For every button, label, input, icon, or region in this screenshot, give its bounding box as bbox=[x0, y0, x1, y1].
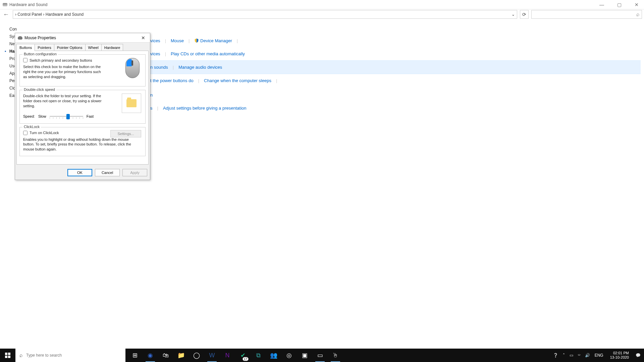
tray-wifi-icon[interactable]: ⌔ bbox=[578, 353, 580, 358]
search-icon: ⌕ bbox=[19, 352, 23, 358]
cancel-button[interactable]: Cancel bbox=[95, 169, 120, 176]
checkbox-switch-buttons[interactable]: Switch primary and secondary buttons bbox=[23, 58, 142, 62]
close-window-button[interactable]: ✕ bbox=[632, 2, 641, 7]
link-partial[interactable]: n sounds bbox=[150, 65, 168, 70]
window-title: Hardware and Sound bbox=[9, 2, 47, 7]
refresh-button[interactable]: ⟳ bbox=[520, 10, 529, 19]
slider-thumb[interactable] bbox=[66, 114, 70, 119]
taskbar: ⌕ Type here to search ⊞ ◉ 🛍 📁 ◯ W N ✔17 … bbox=[0, 349, 644, 362]
checkbox-label: Switch primary and secondary buttons bbox=[30, 58, 92, 62]
breadcrumb: › Control Panel › Hardware and Sound bbox=[15, 12, 84, 17]
link-partial[interactable]: vices bbox=[150, 38, 160, 43]
link-partial[interactable]: s bbox=[150, 106, 153, 111]
control-panel-icon bbox=[3, 3, 7, 6]
link-computer-sleeps[interactable]: Change when the computer sleeps bbox=[204, 78, 271, 83]
taskbar-app-onenote[interactable]: N bbox=[221, 349, 234, 362]
checkbox-input[interactable] bbox=[23, 58, 28, 62]
tray-clock[interactable]: 02:01 PM 13-10-2020 bbox=[608, 350, 631, 361]
link-presentation[interactable]: Adjust settings before giving a presenta… bbox=[163, 106, 247, 111]
link-play-cds[interactable]: Play CDs or other media automatically bbox=[171, 51, 245, 56]
breadcrumb-dropdown-icon[interactable]: ⌄ bbox=[512, 12, 515, 17]
uac-shield-icon bbox=[194, 38, 199, 43]
mouse-graphic bbox=[124, 58, 141, 80]
minimize-button[interactable]: — bbox=[597, 2, 606, 7]
tray-action-center-icon[interactable]: 💬 bbox=[636, 353, 641, 358]
tab-wheel[interactable]: Wheel bbox=[85, 44, 102, 51]
group-double-click-speed: Double-click speed Double-click the fold… bbox=[19, 90, 146, 124]
taskbar-app-edge[interactable]: ◉ bbox=[144, 349, 157, 362]
taskbar-app-chrome[interactable]: ◯ bbox=[190, 349, 203, 362]
tab-body: Button configuration Switch primary and … bbox=[16, 51, 149, 165]
link-row-sound[interactable]: n sounds| Manage audio devices bbox=[148, 60, 641, 74]
main-links: vices| Mouse| Device Manager | vices| Pl… bbox=[148, 34, 641, 115]
control-panel-search[interactable]: ⌕ bbox=[531, 10, 642, 19]
tray-volume-icon[interactable]: 🔊 bbox=[585, 353, 590, 358]
mouse-properties-dialog: Mouse Properties ✕ Buttons Pointers Poin… bbox=[15, 33, 150, 180]
taskbar-app-todo[interactable]: ✔17 bbox=[236, 349, 250, 362]
taskbar-app-word[interactable]: W bbox=[205, 349, 219, 362]
group-clicklock: ClickLock Turn on ClickLock Settings... … bbox=[19, 127, 146, 157]
link-partial[interactable]: vices bbox=[150, 51, 160, 56]
window-titlebar: Hardware and Sound — ▢ ✕ bbox=[0, 0, 644, 9]
link-partial[interactable]: t the power buttons do bbox=[150, 78, 194, 83]
dialog-close-button[interactable]: ✕ bbox=[139, 35, 147, 41]
taskbar-app-generic2[interactable]: ▣ bbox=[298, 349, 311, 362]
checkbox-label: Turn on ClickLock bbox=[30, 131, 59, 135]
slow-label: Slow bbox=[38, 114, 46, 118]
task-view-button[interactable]: ⊞ bbox=[128, 349, 142, 362]
taskbar-app-controlpanel[interactable]: ▭ bbox=[313, 349, 327, 362]
tab-hardware[interactable]: Hardware bbox=[101, 44, 123, 51]
taskbar-app-vscode[interactable]: ⧉ bbox=[252, 349, 265, 362]
taskbar-app-explorer[interactable]: 📁 bbox=[174, 349, 188, 362]
clicklock-settings-button: Settings... bbox=[110, 130, 141, 137]
link-row-power: t the power buttons do| Change when the … bbox=[148, 74, 641, 102]
group-description: Select this check box to make the button… bbox=[23, 64, 104, 79]
maximize-button[interactable]: ▢ bbox=[614, 2, 624, 7]
tab-pointer-options[interactable]: Pointer Options bbox=[54, 44, 86, 51]
double-click-speed-slider[interactable] bbox=[50, 113, 83, 119]
address-toolbar: ← › Control Panel › Hardware and Sound ⌄… bbox=[0, 9, 644, 19]
back-button[interactable]: ← bbox=[2, 10, 10, 18]
search-placeholder: Type here to search bbox=[26, 353, 62, 358]
group-title: ClickLock bbox=[22, 125, 41, 129]
dialog-titlebar[interactable]: Mouse Properties ✕ bbox=[15, 33, 150, 43]
taskbar-app-generic1[interactable]: ◎ bbox=[282, 349, 296, 362]
breadcrumb-box[interactable]: › Control Panel › Hardware and Sound ⌄ bbox=[13, 10, 517, 19]
group-title: Double-click speed bbox=[22, 87, 56, 92]
tray-help-icon[interactable]: ❔ bbox=[553, 353, 558, 358]
folder-icon bbox=[126, 99, 137, 107]
link-manage-audio[interactable]: Manage audio devices bbox=[178, 65, 222, 70]
double-click-test-folder[interactable] bbox=[122, 94, 141, 113]
link-row-presentation: s| Adjust settings before giving a prese… bbox=[148, 102, 641, 115]
taskbar-search[interactable]: ⌕ Type here to search bbox=[15, 349, 125, 362]
taskbar-app-mouse[interactable]: 🖱 bbox=[329, 349, 342, 362]
link-device-manager[interactable]: Device Manager bbox=[200, 38, 232, 43]
ok-button[interactable]: OK bbox=[67, 169, 92, 176]
taskbar-app-teams[interactable]: 👥 bbox=[267, 349, 280, 362]
mouse-icon bbox=[18, 36, 22, 40]
speed-label: Speed: bbox=[23, 114, 35, 118]
windows-logo-icon bbox=[5, 353, 10, 358]
group-button-configuration: Button configuration Switch primary and … bbox=[19, 54, 146, 86]
tray-time: 02:01 PM bbox=[610, 351, 629, 355]
dialog-button-row: OK Cancel Apply bbox=[15, 167, 150, 180]
dialog-title: Mouse Properties bbox=[24, 36, 56, 40]
tray-language[interactable]: ENG bbox=[595, 353, 603, 358]
tray-date: 13-10-2020 bbox=[610, 355, 629, 360]
group-description: Double-click the folder to test your set… bbox=[23, 94, 104, 109]
checkbox-input[interactable] bbox=[23, 131, 28, 135]
tab-buttons[interactable]: Buttons bbox=[16, 44, 35, 51]
tray-chevron-up-icon[interactable]: ˄ bbox=[563, 353, 565, 358]
link-partial[interactable]: n bbox=[150, 93, 153, 98]
tray-battery-icon[interactable]: ▭ bbox=[570, 353, 573, 358]
group-description: Enables you to highlight or drag without… bbox=[23, 137, 137, 152]
apply-button: Apply bbox=[122, 169, 147, 176]
link-mouse[interactable]: Mouse bbox=[171, 38, 184, 43]
taskbar-app-store[interactable]: 🛍 bbox=[159, 349, 172, 362]
fast-label: Fast bbox=[87, 114, 94, 118]
tab-pointers[interactable]: Pointers bbox=[35, 44, 54, 51]
badge-count: 17 bbox=[243, 357, 249, 361]
start-button[interactable] bbox=[0, 349, 15, 362]
sidebar-item[interactable]: Con bbox=[9, 25, 70, 33]
link-row-devices: vices| Mouse| Device Manager | bbox=[148, 34, 641, 47]
